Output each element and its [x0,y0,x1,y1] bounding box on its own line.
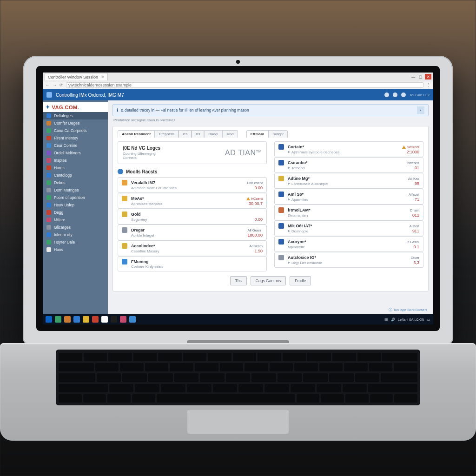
card-badge: Ebb esent [247,181,263,185]
browser-tab[interactable]: Controller Window Session ✕ [45,73,108,80]
window-maximize[interactable]: ▢ [417,74,424,79]
banner-collapse-icon[interactable]: ‹ [417,106,424,114]
taskbar-clock[interactable]: Leftahl 0A.L0.Oft [398,317,424,322]
metric-card[interactable]: FMoningCortnee Kinfynnials [118,256,267,271]
sidebar-item[interactable]: Foore of opention [43,194,108,201]
card-badge: Dfuer [411,256,419,260]
metric-card[interactable]: Cortain*WGrentAjitmmals syatoole decneoe… [274,141,423,157]
sidebar-item[interactable]: Glicarges [43,224,108,231]
taskbar-app-icon[interactable] [101,316,108,323]
card-value: 01 [407,165,419,170]
sidebar-item-icon [46,128,51,133]
sidebar-item-icon [46,180,51,185]
nav-reload-icon[interactable]: ⟳ [60,83,63,87]
metric-card[interactable]: Autclosice IG*DfuerDejy Lier onsioede3,3 [274,252,423,268]
sidebar-item[interactable]: Ordell Mdtiners [43,149,108,157]
sidebar-item[interactable]: Hooy Uslep [43,201,108,209]
sidebar-item[interactable]: Debes [43,179,108,186]
sidebar-item-icon [46,158,51,163]
panel-tab[interactable]: Sorepr [268,130,288,138]
taskbar-app-icon[interactable] [92,316,99,323]
sidebar-item[interactable]: Insptes [43,157,108,164]
taskbar-app-icon[interactable] [120,316,126,323]
screen: Controller Window Session ✕ — ▢ ✕ ← → ⟳ … [43,73,433,324]
card-subtitle: Aparmites [288,198,406,202]
play-icon [288,230,290,232]
sidebar-item[interactable]: Hares [43,164,108,172]
sidebar-item[interactable]: Ceur Cornine [43,142,108,149]
panel-tab[interactable]: Raoel [204,130,222,138]
metric-card[interactable]: Aecolindce*AdSenthCeontine Masery1.50 [118,240,267,256]
metric-card[interactable]: GoldSogorney0.00 [118,209,267,225]
panel-button[interactable]: Frudle [290,276,311,285]
metric-card[interactable]: Aml S6*AlfaostAparmites71 [274,189,423,205]
sidebar-item[interactable]: Deltaleges [43,112,108,119]
nav-back-icon[interactable]: ← [46,83,50,87]
card-value: 30.00.7 [246,201,263,206]
metric-card[interactable]: MeAs*hCoentAphmises Mancats30.00.7 [118,193,267,209]
panel-tab[interactable]: Ettmanl [246,130,268,138]
card-icon [278,255,284,260]
sidebar-item[interactable]: Firent Inentey [43,134,108,142]
metric-card[interactable]: Csiranbo*NftendsTethond01 [274,157,423,173]
url-field[interactable]: vwtechnicaldemosession.example [66,82,423,88]
sidebar-item[interactable]: Degg [43,209,108,216]
header-action-icon[interactable] [393,93,397,97]
sidebar-item[interactable]: Mtfare [43,216,108,224]
panel-button[interactable]: Cogs Gantons [251,276,286,285]
metric-card[interactable]: Acoryne*It GecolMplometle0.1 [274,236,423,252]
tray-network-icon[interactable]: ▦ [384,317,388,322]
sidebar-item[interactable]: Hans [43,246,108,253]
panel-tab[interactable]: Etephells [155,130,178,138]
card-icon [278,223,284,229]
panel-footer-buttons: ThsCogs GantonsFrudle [118,276,423,285]
sidebar-item[interactable]: Cana Ca Corpnets [43,127,108,134]
card-subtitle: Aoride Intaget [131,233,245,238]
taskbar-app-icon[interactable] [83,316,89,323]
sidebar-item-label: Cana Ca Corpnets [54,128,86,133]
header-user-icon[interactable] [401,93,406,97]
taskbar-app-icon[interactable] [73,316,80,323]
start-menu-icon[interactable] [46,316,52,323]
taskbar-app-icon[interactable] [129,316,136,323]
sidebar-item[interactable]: Cornfer Deges [43,119,108,127]
browser-menu-icon[interactable]: ⋮ [426,83,430,87]
window-close[interactable]: ✕ [425,74,431,79]
sidebar-item-label: Centdlogp [54,173,72,178]
nav-forward-icon[interactable]: → [53,83,57,87]
header-action-icon[interactable] [384,93,389,97]
metric-card[interactable]: Veralalh IM7Ebb esentAdjetotle Mote Fof … [118,177,267,193]
card-badge: Alstert [410,224,419,228]
window-controls: — ▢ ✕ [410,74,431,79]
card-icon [278,239,284,245]
metric-card[interactable]: Mik O6t IAT*AlstertDomnople911 [274,220,423,236]
panel-tab[interactable]: Anesil Resiment [118,130,155,138]
taskbar-app-icon[interactable] [64,316,71,323]
taskbar-app-icon[interactable] [111,316,117,323]
card-title: Csiranbo* [288,160,404,165]
metric-card[interactable]: DregerAll GeenAoride Intaget1000.00 [118,225,267,240]
taskbar-search-icon[interactable] [55,316,61,323]
sidebar-item[interactable]: Hoyrer Uale [43,238,108,246]
sidebar-item[interactable]: Inlenrn oty [43,231,108,238]
page-footer-link[interactable]: ⓘ Ton lape Bork Borsert [389,308,427,312]
panel-tab[interactable]: 03 [192,130,204,138]
close-tab-icon[interactable]: ✕ [101,75,105,79]
sidebar-item[interactable]: Centdlogp [43,172,108,179]
main-panel: Anesil ResimentEtephellsles03RaoelMod Et… [112,126,429,291]
panel-button[interactable]: Ths [230,276,247,285]
metric-card[interactable]: fRmolLAM*DhamDinamanten012 [274,205,423,220]
window-minimize[interactable]: — [410,74,416,79]
brand-logo[interactable]: ✦ VAG.COM. [43,102,108,112]
panel-tab[interactable]: Mod [222,130,238,138]
sidebar: ✦ VAG.COM. DeltalegesCornfer DegesCana C… [43,100,108,314]
tray-volume-icon[interactable]: 🔊 [391,317,395,322]
sidebar-item-label: Degg [54,210,63,215]
sidebar-item-icon [46,136,51,140]
card-icon [122,196,127,201]
tray-notifications-icon[interactable]: ▭ [427,317,430,322]
sidebar-item[interactable]: Dorn Metnges [43,186,108,194]
panel-tab[interactable]: les [178,130,192,138]
metric-card[interactable]: Adtine Mg*Ad KasLorterunale Autoneple95 [274,173,423,189]
card-icon [122,243,127,249]
